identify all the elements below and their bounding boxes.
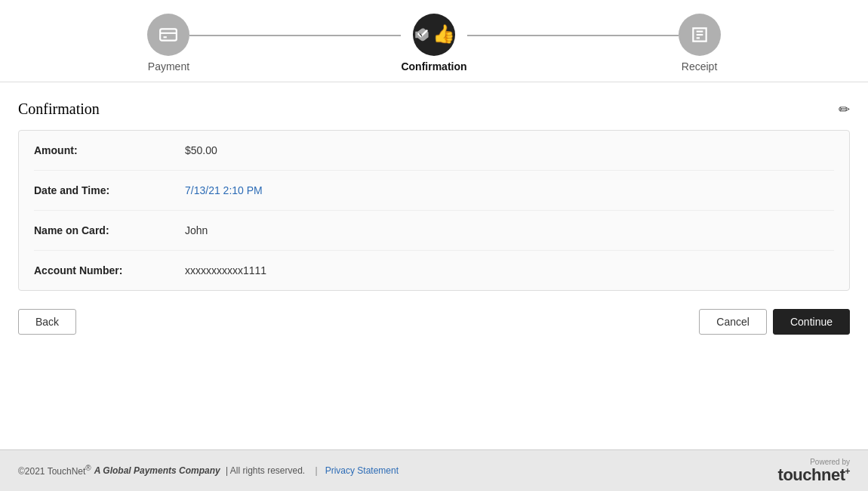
account-value: xxxxxxxxxxx1111: [185, 264, 266, 276]
right-buttons: Cancel Continue: [699, 309, 850, 335]
button-row: Back Cancel Continue: [18, 309, 850, 341]
info-table: Amount: $50.00 Date and Time: 7/13/21 2:…: [18, 130, 850, 291]
table-row: Name on Card: John: [34, 211, 834, 251]
main-content: Confirmation ✏ Amount: $50.00 Date and T…: [0, 82, 868, 449]
stepper-receipt-circle: [679, 14, 721, 56]
stepper-receipt: Receipt: [679, 14, 721, 73]
amount-value: $50.00: [185, 144, 217, 156]
footer-company: A Global Payments Company: [94, 465, 220, 476]
stepper-payment-label: Payment: [148, 60, 189, 73]
footer-rights: | All rights reserved.: [223, 465, 306, 476]
stepper-confirmation-label: Confirmation: [401, 60, 466, 73]
datetime-label: Date and Time:: [34, 184, 185, 196]
svg-rect-0: [161, 29, 177, 40]
edit-icon[interactable]: ✏: [839, 101, 850, 118]
privacy-statement-link[interactable]: Privacy Statement: [325, 465, 399, 476]
amount-label: Amount:: [34, 144, 185, 156]
touchnet-brand: touchnet+: [778, 467, 850, 483]
stepper-payment-circle: [147, 14, 189, 56]
stepper-line-1: [189, 35, 401, 36]
name-label: Name on Card:: [34, 224, 185, 236]
section-header: Confirmation ✏: [18, 100, 850, 118]
back-button[interactable]: Back: [18, 309, 76, 335]
stepper-payment: Payment: [147, 14, 189, 73]
cancel-button[interactable]: Cancel: [699, 309, 767, 335]
table-row: Account Number: xxxxxxxxxxx1111: [34, 251, 834, 290]
footer-separator: |: [312, 465, 317, 476]
name-value: John: [185, 224, 208, 236]
page-title: Confirmation: [18, 100, 100, 118]
account-label: Account Number:: [34, 264, 185, 276]
stepper-line-2: [467, 35, 679, 36]
touchnet-logo: Powered by touchnet+: [778, 458, 850, 483]
datetime-value: 7/13/21 2:10 PM: [185, 184, 263, 196]
table-row: Amount: $50.00: [34, 131, 834, 171]
footer: ©2021 TouchNet® A Global Payments Compan…: [0, 449, 868, 491]
stepper: Payment 👍 Confirmation Receipt: [0, 0, 868, 82]
continue-button[interactable]: Continue: [773, 309, 850, 335]
footer-copyright: ©2021 TouchNet®: [18, 464, 91, 477]
stepper-confirmation-circle: 👍: [413, 14, 455, 56]
stepper-confirmation: 👍 Confirmation: [401, 14, 466, 73]
footer-left: ©2021 TouchNet® A Global Payments Compan…: [18, 464, 399, 477]
stepper-receipt-label: Receipt: [682, 60, 717, 73]
table-row: Date and Time: 7/13/21 2:10 PM: [34, 171, 834, 211]
